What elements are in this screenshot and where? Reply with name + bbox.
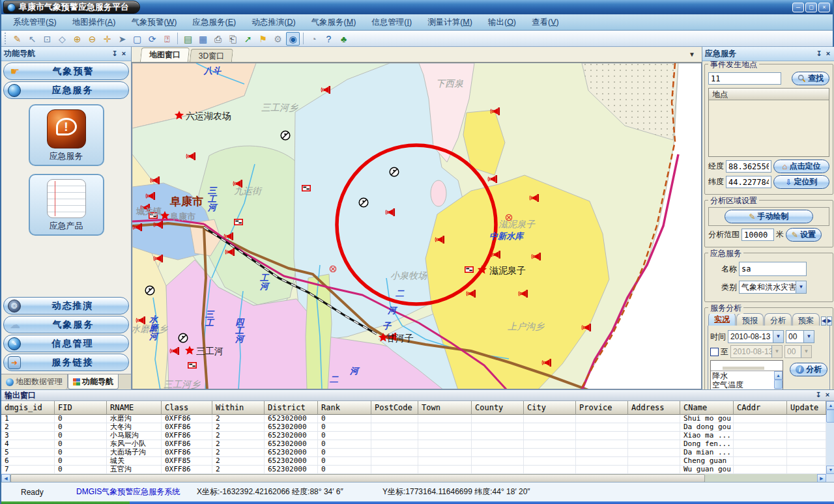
close-icon[interactable]: × [119,49,128,59]
chevron-down-icon[interactable]: ▼ [803,331,814,343]
map-svg[interactable]: 六运湖农场三工河乡下西泉九运街阜康市城关镇阜康市滋泥泉子中新水库滋泥泉子小泉牧场… [132,63,702,389]
menu-item-1[interactable]: 系统管理(S) [5,15,65,30]
output-table[interactable]: dmgis_idFIDRNAMEClassWithinDistrictRankP… [1,401,826,474]
draw-arrow-icon[interactable]: ➚ [241,32,255,46]
goto-button[interactable]: ⇩ 定位到 [773,175,829,189]
visibility-icon[interactable]: ◔ [307,32,321,46]
scroll-thumb[interactable] [774,380,783,389]
table-row[interactable]: 70五官沟0XFF8626523020000Wu guan gou [1,466,826,474]
to-checkbox[interactable] [710,348,719,356]
column-header-FID[interactable]: FID [55,401,107,415]
menu-item-9[interactable]: 输出(O) [480,15,524,30]
place-marker-icon[interactable]: ⚑ [256,32,270,46]
output-vscrollbar[interactable]: ▲ ▼ [826,401,834,474]
menu-item-2[interactable]: 地图操作(A) [65,15,124,30]
tab-scroll-left-icon[interactable]: ◀ [821,316,826,326]
layers-icon[interactable]: ▤ [181,32,195,46]
station-marker-icon[interactable] [145,286,154,295]
select-polygon-icon[interactable]: ◇ [55,32,69,46]
scroll-thumb[interactable] [826,410,834,423]
select-box-icon[interactable]: ⊡ [40,32,54,46]
window-list-dropdown-icon[interactable]: ▼ [689,51,695,58]
column-header-Class[interactable]: Class [162,401,212,415]
nav-group-info-management[interactable]: ✎信息管理 [3,335,129,352]
analysis-tab-预案[interactable]: 预案 [792,313,820,326]
zoom-in-icon[interactable]: ⊕ [70,32,84,46]
scroll-up-icon[interactable]: ▲ [774,371,783,380]
column-header-City[interactable]: City [524,401,576,415]
menu-item-10[interactable]: 查看(V) [524,15,567,30]
refresh-icon[interactable]: ⟳ [145,32,159,46]
station-marker-icon[interactable] [179,333,188,343]
element-item[interactable]: 降水 [712,371,774,380]
element-list[interactable]: 降水空气温度 ▲ [710,360,783,389]
help-icon[interactable]: ? [322,32,336,46]
measure-icon[interactable]: ✎ [10,32,24,46]
column-header-District[interactable]: District [265,401,318,415]
tab-scroll-right-icon[interactable]: ▶ [827,316,832,326]
analyze-button[interactable]: i 分析 [790,363,827,376]
menu-item-5[interactable]: 动态推演(D) [244,15,303,30]
close-icon[interactable]: × [823,391,832,400]
print-preview-icon[interactable]: ⎗ [226,32,240,46]
map-tab-3D窗口[interactable]: 3D窗口 [190,49,233,62]
location-list-body[interactable] [709,100,829,156]
chevron-down-icon[interactable]: ▼ [796,281,806,293]
menu-item-4[interactable]: 应急服务(E) [185,15,244,30]
station-marker-icon[interactable] [281,131,290,140]
pin-icon[interactable]: ↧ [814,391,823,400]
hour-combo[interactable]: 00 ▼ [786,330,814,343]
column-header-Provice[interactable]: Provice [576,401,628,415]
range-input[interactable] [741,229,774,241]
pin-icon[interactable]: ↧ [110,49,119,59]
table-header-row[interactable]: dmgis_idFIDRNAMEClassWithinDistrictRankP… [1,401,826,415]
pin-icon[interactable]: ↧ [814,49,824,59]
column-header-Address[interactable]: Address [628,401,680,415]
service-type-combo[interactable]: 气象和洪水灾害 ▼ [739,281,807,294]
left-tab-功能导航[interactable]: 功能导航 [68,374,119,389]
column-header-Update[interactable]: Update [787,401,826,415]
column-header-RNAME[interactable]: RNAME [107,401,162,415]
scroll-down-icon[interactable]: ▼ [826,466,834,474]
settings-icon[interactable]: ⚙ [271,32,285,46]
table-row[interactable]: 50大面场子沟0XFF8626523020000Da mian ... [1,449,826,457]
map-canvas[interactable]: 六运湖农场三工河乡下西泉九运街阜康市城关镇阜康市滋泥泉子中新水库滋泥泉子小泉牧场… [132,63,702,389]
lon-input[interactable] [726,160,771,173]
column-header-dmgis_id[interactable]: dmgis_id [1,401,55,415]
menu-item-3[interactable]: 气象预警(W) [123,15,184,30]
menu-item-6[interactable]: 气象服务(M) [304,15,364,30]
column-header-CAddr[interactable]: CAddr [734,401,787,415]
toolbar-grip[interactable] [5,33,8,44]
location-search-input[interactable] [708,72,781,85]
pan-icon[interactable]: ✛ [100,32,114,46]
lat-input[interactable] [726,176,771,188]
set-range-button[interactable]: ✎ 设置 [786,228,822,242]
emergency-service-button[interactable]: !应急服务 [29,104,104,166]
table-row[interactable]: 60城关0XFF8526523020000Cheng guan [1,457,826,466]
table-row[interactable]: 30小马厩沟0XFF8626523020000Xiao ma ... [1,432,826,440]
alarm-speaker-icon[interactable] [488,175,497,183]
nav-group-weather-service[interactable]: ☁气象服务 [3,316,129,333]
left-tab-地图数据管理[interactable]: 地图数据管理 [1,374,68,389]
pointer-icon[interactable]: ➤ [115,32,129,46]
chevron-down-icon[interactable]: ▼ [773,331,783,343]
zoom-out-icon[interactable]: ⊖ [85,32,99,46]
location-list[interactable]: 地点 [708,88,829,157]
menu-item-7[interactable]: 信息管理(I) [364,15,420,30]
scroll-up-icon[interactable]: ▲ [826,401,834,410]
export-map-icon[interactable]: ▦ [196,32,210,46]
restore-button[interactable]: ◻ [805,3,817,12]
table-row[interactable]: 20大冬沟0XFF8626523020000Da dong gou [1,423,826,432]
station-marker-icon[interactable] [359,198,368,207]
analysis-tab-预报[interactable]: 预报 [736,313,764,326]
hydro-flag-icon[interactable] [188,363,196,368]
emergency-globe-icon[interactable]: ◉ [286,32,300,46]
column-header-Town[interactable]: Town [418,401,472,415]
date-combo[interactable]: 2010-08-13 ▼ [728,330,784,343]
minimize-button[interactable]: ─ [792,3,804,12]
map-tab-地图窗口[interactable]: 地图窗口 [140,48,190,62]
click-locate-button[interactable]: ⌂ 点击定位 [773,160,829,173]
emergency-product-button[interactable]: 应急产品 [29,174,104,236]
station-marker-icon[interactable] [390,167,399,176]
table-row[interactable]: 40东风一小队0XFF8626523020000Dong fen... [1,440,826,449]
